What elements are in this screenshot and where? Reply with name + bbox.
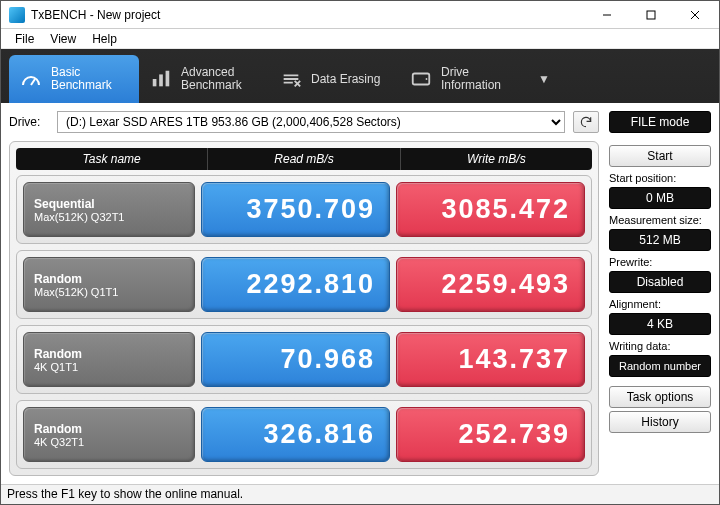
header-write: Write mB/s <box>400 148 592 170</box>
drive-label: Drive: <box>9 115 49 129</box>
chevron-down-icon: ▼ <box>538 72 550 86</box>
refresh-icon <box>579 115 593 129</box>
start-position-label: Start position: <box>609 172 711 184</box>
titlebar: TxBENCH - New project <box>1 1 719 29</box>
write-value: 143.737 <box>396 332 585 387</box>
column-headers: Task name Read mB/s Write mB/s <box>16 148 592 170</box>
task-params: 4K Q1T1 <box>34 361 184 373</box>
svg-rect-1 <box>647 11 655 19</box>
task-name: Random <box>34 422 184 436</box>
read-value: 70.968 <box>201 332 390 387</box>
status-bar: Press the F1 key to show the online manu… <box>1 484 719 504</box>
prewrite-label: Prewrite: <box>609 256 711 268</box>
benchmark-panel: Task name Read mB/s Write mB/s Sequentia… <box>9 141 599 476</box>
benchmark-row: SequentialMax(512K) Q32T13750.7093085.47… <box>16 175 592 244</box>
menu-file[interactable]: File <box>9 30 40 48</box>
header-read: Read mB/s <box>207 148 399 170</box>
menu-view[interactable]: View <box>44 30 82 48</box>
task-button[interactable]: RandomMax(512K) Q1T1 <box>23 257 195 312</box>
minimize-button[interactable] <box>585 1 629 29</box>
tab-drive-information[interactable]: Drive Information <box>399 55 529 103</box>
write-value: 3085.472 <box>396 182 585 237</box>
tab-row: Basic Benchmark Advanced Benchmark Data … <box>1 49 719 103</box>
erase-icon <box>279 67 303 91</box>
tab-basic-benchmark[interactable]: Basic Benchmark <box>9 55 139 103</box>
alignment-value[interactable]: 4 KB <box>609 313 711 335</box>
side-panel: FILE mode Start Start position: 0 MB Mea… <box>609 111 711 476</box>
measurement-size-value[interactable]: 512 MB <box>609 229 711 251</box>
tab-label: Advanced Benchmark <box>181 66 242 92</box>
alignment-label: Alignment: <box>609 298 711 310</box>
task-name: Random <box>34 272 184 286</box>
tab-label: Data Erasing <box>311 73 380 86</box>
task-button[interactable]: Random4K Q1T1 <box>23 332 195 387</box>
benchmark-row: Random4K Q1T170.968143.737 <box>16 325 592 394</box>
tab-label: Basic Benchmark <box>51 66 112 92</box>
header-task: Task name <box>16 148 207 170</box>
writing-data-value[interactable]: Random number <box>609 355 711 377</box>
svg-line-4 <box>31 79 35 85</box>
start-position-value[interactable]: 0 MB <box>609 187 711 209</box>
menu-help[interactable]: Help <box>86 30 123 48</box>
tab-advanced-benchmark[interactable]: Advanced Benchmark <box>139 55 269 103</box>
drive-row: Drive: (D:) Lexar SSD ARES 1TB 953.86 GB… <box>9 111 599 133</box>
app-icon <box>9 7 25 23</box>
task-options-button[interactable]: Task options <box>609 386 711 408</box>
read-value: 3750.709 <box>201 182 390 237</box>
task-button[interactable]: SequentialMax(512K) Q32T1 <box>23 182 195 237</box>
svg-rect-6 <box>159 74 163 86</box>
drive-icon <box>409 67 433 91</box>
drive-select[interactable]: (D:) Lexar SSD ARES 1TB 953.86 GB (2,000… <box>57 111 565 133</box>
svg-point-9 <box>426 78 428 80</box>
chart-icon <box>149 67 173 91</box>
svg-rect-5 <box>153 79 157 86</box>
writing-data-label: Writing data: <box>609 340 711 352</box>
task-params: 4K Q32T1 <box>34 436 184 448</box>
prewrite-value[interactable]: Disabled <box>609 271 711 293</box>
file-mode-button[interactable]: FILE mode <box>609 111 711 133</box>
gauge-icon <box>19 67 43 91</box>
window-title: TxBENCH - New project <box>31 8 160 22</box>
benchmark-row: RandomMax(512K) Q1T12292.8102259.493 <box>16 250 592 319</box>
start-button[interactable]: Start <box>609 145 711 167</box>
read-value: 2292.810 <box>201 257 390 312</box>
maximize-button[interactable] <box>629 1 673 29</box>
refresh-button[interactable] <box>573 111 599 133</box>
measurement-size-label: Measurement size: <box>609 214 711 226</box>
svg-rect-7 <box>166 71 170 87</box>
read-value: 326.816 <box>201 407 390 462</box>
tab-data-erasing[interactable]: Data Erasing <box>269 55 399 103</box>
task-name: Random <box>34 347 184 361</box>
benchmark-row: Random4K Q32T1326.816252.739 <box>16 400 592 469</box>
close-button[interactable] <box>673 1 717 29</box>
write-value: 252.739 <box>396 407 585 462</box>
history-button[interactable]: History <box>609 411 711 433</box>
task-name: Sequential <box>34 197 184 211</box>
tab-label: Drive Information <box>441 66 501 92</box>
task-button[interactable]: Random4K Q32T1 <box>23 407 195 462</box>
write-value: 2259.493 <box>396 257 585 312</box>
task-params: Max(512K) Q32T1 <box>34 211 184 223</box>
tab-dropdown[interactable]: ▼ <box>529 55 559 103</box>
task-params: Max(512K) Q1T1 <box>34 286 184 298</box>
menubar: File View Help <box>1 29 719 49</box>
